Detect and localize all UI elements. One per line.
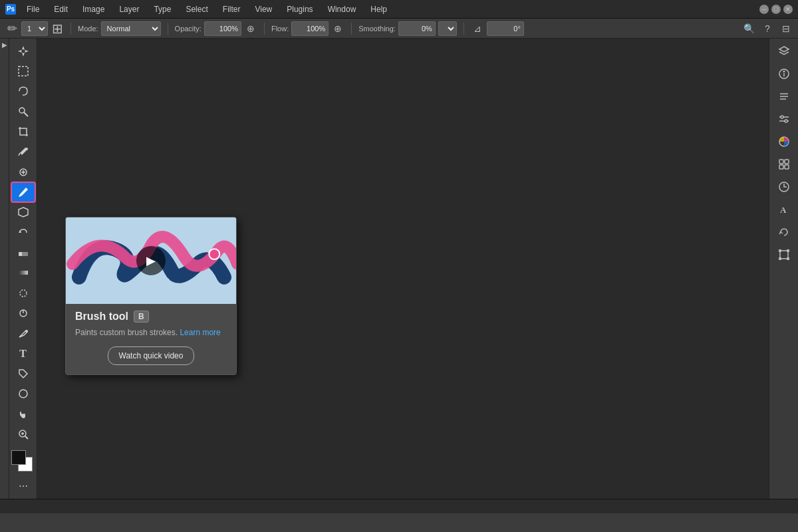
layout-icon[interactable]: ⊟ xyxy=(779,22,793,35)
color-picker-area[interactable] xyxy=(11,450,35,473)
right-btn-adjustments[interactable] xyxy=(772,109,796,129)
flow-label: Flow: xyxy=(271,25,289,33)
extras-icon: ⋯ xyxy=(19,481,28,491)
menu-edit[interactable]: Edit xyxy=(51,3,70,15)
tool-path-select[interactable] xyxy=(11,364,35,383)
learn-more-link[interactable]: Learn more xyxy=(180,328,220,337)
svg-point-44 xyxy=(779,250,781,252)
svg-rect-37 xyxy=(779,160,783,164)
svg-point-16 xyxy=(25,330,28,332)
status-bar xyxy=(0,499,798,513)
angle-input[interactable] xyxy=(487,21,524,36)
flow-group: Flow: ⊕ xyxy=(271,21,344,36)
menu-plugins[interactable]: Plugins xyxy=(284,3,315,15)
svg-rect-40 xyxy=(785,165,789,169)
svg-text:A: A xyxy=(780,205,787,215)
tool-shape[interactable] xyxy=(11,384,35,404)
flow-toggle-icon[interactable]: ⊕ xyxy=(331,22,344,35)
opacity-toggle-icon[interactable]: ⊕ xyxy=(244,22,257,35)
tool-clone[interactable] xyxy=(11,203,35,222)
right-btn-character[interactable]: A xyxy=(772,200,796,219)
angle-group: ⊿ xyxy=(471,21,524,36)
right-btn-layers[interactable] xyxy=(772,41,796,61)
close-button[interactable]: ✕ xyxy=(783,5,793,14)
right-btn-list[interactable] xyxy=(772,86,796,106)
mode-select[interactable]: Normal xyxy=(101,21,161,36)
right-btn-transform[interactable] xyxy=(772,245,796,265)
menu-window[interactable]: Window xyxy=(325,3,359,15)
tool-marquee[interactable] xyxy=(11,61,35,80)
tool-spot-heal[interactable] xyxy=(11,162,35,182)
tool-dodge[interactable] xyxy=(11,303,35,323)
svg-marker-0 xyxy=(18,46,29,57)
tool-hand[interactable] xyxy=(11,404,35,424)
smoothing-input[interactable] xyxy=(398,21,436,36)
opacity-label: Opacity: xyxy=(175,25,201,33)
tool-history-brush[interactable] xyxy=(11,223,35,242)
opacity-input[interactable] xyxy=(204,21,241,36)
tool-lasso[interactable] xyxy=(11,82,35,101)
tool-move[interactable] xyxy=(11,41,35,61)
smoothing-label: Smoothing: xyxy=(358,25,396,33)
menu-filter[interactable]: Filter xyxy=(220,3,243,15)
tool-crop[interactable] xyxy=(11,122,35,141)
mode-label: Mode: xyxy=(78,25,98,33)
tool-magic-wand[interactable] xyxy=(11,102,35,121)
tool-eraser[interactable] xyxy=(11,243,35,262)
minimize-button[interactable]: ─ xyxy=(759,5,769,14)
svg-rect-39 xyxy=(779,165,783,169)
svg-point-23 xyxy=(209,249,219,259)
brush-settings-icon[interactable]: ⊞ xyxy=(51,22,64,35)
tool-text[interactable]: T xyxy=(11,344,35,363)
tool-gradient[interactable] xyxy=(11,263,35,283)
right-panel: A xyxy=(769,39,798,499)
brush-icon[interactable]: ✏ xyxy=(5,22,19,35)
play-button[interactable]: ▶ xyxy=(136,246,166,275)
tooltip-video-thumbnail[interactable]: ▶ xyxy=(66,217,236,304)
tooltip-desc-text: Paints custom brush strokes. xyxy=(75,328,178,337)
right-btn-rotate[interactable] xyxy=(772,222,796,242)
menu-file[interactable]: File xyxy=(24,3,42,15)
main-layout: ▶ xyxy=(0,39,798,499)
right-btn-info[interactable] xyxy=(772,64,796,84)
smoothing-options-select[interactable]: ▾ xyxy=(438,21,457,36)
menu-select[interactable]: Select xyxy=(183,3,210,15)
right-btn-color[interactable] xyxy=(772,132,796,152)
menu-type[interactable]: Type xyxy=(151,3,174,15)
svg-rect-13 xyxy=(19,271,28,275)
svg-point-33 xyxy=(785,120,787,122)
watch-video-button[interactable]: Watch quick video xyxy=(108,346,195,365)
brush-size-select[interactable]: 1 xyxy=(21,21,48,36)
canvas-area: ▶ Brush tool B Paints custom brush strok… xyxy=(37,39,769,499)
menu-bar-items: File Edit Image Layer Type Select Filter… xyxy=(24,3,390,15)
tool-blur[interactable] xyxy=(11,283,35,303)
right-btn-grid[interactable] xyxy=(772,154,796,174)
help-icon[interactable]: ? xyxy=(761,22,774,35)
right-btn-history[interactable] xyxy=(772,177,796,197)
tool-zoom[interactable] xyxy=(11,424,35,444)
svg-rect-38 xyxy=(785,160,789,164)
tool-eyedropper[interactable] xyxy=(11,142,35,162)
menu-layer[interactable]: Layer xyxy=(116,3,142,15)
sub-bar: ▶ xyxy=(0,39,9,499)
svg-point-47 xyxy=(787,258,789,260)
menu-help[interactable]: Help xyxy=(368,3,390,15)
tooltip-content-area: Brush tool B Paints custom brush strokes… xyxy=(66,304,236,374)
menu-image[interactable]: Image xyxy=(80,3,107,15)
search-icon[interactable]: 🔍 xyxy=(742,22,755,35)
flow-input[interactable] xyxy=(291,21,329,36)
svg-point-46 xyxy=(779,258,781,260)
tool-brush[interactable] xyxy=(11,182,35,201)
opacity-group: Opacity: ⊕ xyxy=(175,21,257,36)
divider-1 xyxy=(70,23,71,35)
svg-point-26 xyxy=(783,71,785,72)
tool-pen[interactable] xyxy=(11,324,35,343)
tool-extras[interactable]: ⋯ xyxy=(11,477,35,496)
text-tool-icon: T xyxy=(19,348,27,360)
angle-icon[interactable]: ⊿ xyxy=(471,22,484,35)
svg-point-30 xyxy=(781,116,783,118)
maximize-button[interactable]: □ xyxy=(771,5,781,14)
foreground-color[interactable] xyxy=(11,450,26,465)
menu-view[interactable]: View xyxy=(252,3,275,15)
sub-bar-arrow[interactable]: ▶ xyxy=(1,41,8,49)
